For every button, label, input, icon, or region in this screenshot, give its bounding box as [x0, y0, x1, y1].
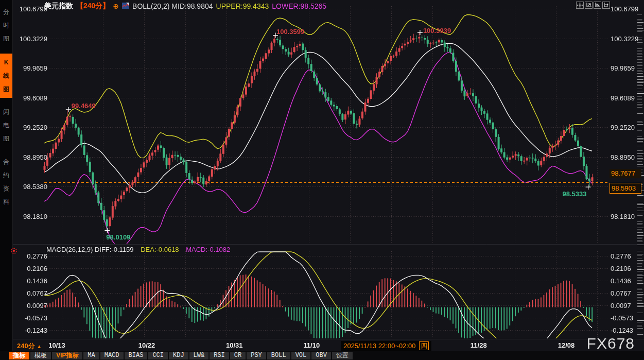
toolbar-button-VOL[interactable]: VOL	[291, 352, 311, 359]
macd-yaxis-tick-right: 0.2106	[611, 265, 631, 272]
macd-yaxis-tick-left: 0.2776	[15, 252, 47, 260]
main-yaxis-tick-right: 99.6089	[611, 94, 635, 102]
left-sidebar: 分时图K线图闪电图合约资料	[0, 0, 13, 360]
xaxis-date-label: 10/13	[48, 341, 65, 349]
sidebar-item-3[interactable]: 闪电图	[0, 103, 12, 147]
weekday-chip: 四	[419, 341, 429, 350]
macd-yaxis-tick-right: 0.0097	[611, 302, 631, 310]
chart-canvas[interactable]	[0, 0, 644, 360]
macd-yaxis-tick-left: 0.0097	[15, 302, 47, 310]
chart-type-icon[interactable]	[122, 2, 129, 10]
sidebar-item-2[interactable]: K线图	[0, 54, 12, 98]
boll-mid-label: BOLL(20,2) MID:98.9804	[132, 2, 213, 10]
main-yaxis-tick-right: 98.1810	[611, 213, 635, 220]
main-yaxis-tick-left: 100.3229	[15, 35, 47, 43]
triangle-up-icon: ▲	[37, 344, 42, 349]
toolbar-button-BIAS[interactable]: BIAS	[125, 352, 148, 359]
price-extreme-annotation: 98.5333	[563, 190, 587, 198]
price-extreme-annotation: 99.4649	[72, 102, 96, 110]
main-yaxis-tick-left: 98.1810	[15, 213, 47, 220]
toolbar-button-CR[interactable]: CR	[230, 352, 246, 359]
topright-toolbar	[576, 2, 610, 9]
indicator-toolbar: 指标模板VIP指标MAMACDBIASCCIKDJLW&RSICRPSYBOLL…	[0, 351, 644, 360]
macd-yaxis-tick-left: 0.1436	[15, 277, 47, 285]
main-yaxis-tick-left: 98.5380	[15, 183, 47, 191]
macd-diff-label: MACD(26,12,9) DIFF:-0.1159	[46, 246, 134, 253]
main-yaxis-tick-right: 98.8950	[611, 153, 635, 161]
crosshair-tool-icon[interactable]	[576, 2, 584, 9]
toolbar-button-RSI[interactable]: RSI	[210, 352, 229, 359]
xaxis-date-label: 10/31	[226, 341, 243, 349]
time-axis: 240分 ▲ 10/1310/2210/3111/1011/2812/08202…	[0, 340, 644, 351]
macd-dea-label: DEA:-0.0618	[141, 246, 179, 253]
toolbar-button-MACD[interactable]: MACD	[100, 352, 124, 359]
main-yaxis-tick-left: 99.2520	[15, 124, 47, 131]
toolbar-button-xx[interactable]: 设置	[332, 352, 353, 359]
macd-header: MACD(26,12,9) DIFF:-0.1159 DEA:-0.0618 M…	[46, 246, 230, 253]
period-label: 【240分】	[76, 2, 110, 11]
sidebar-item-1[interactable]: 分时图	[0, 2, 12, 48]
toolbar-button-VIPxx[interactable]: VIP指标	[52, 352, 82, 359]
compress-xaxis-icon[interactable]	[585, 2, 593, 9]
boll-upper-label: UPPER:99.4343	[216, 2, 269, 10]
macd-yaxis-tick-right: -0.0573	[611, 314, 633, 322]
expand-xaxis-icon[interactable]	[594, 2, 601, 9]
watermark: FX678	[587, 335, 635, 352]
xaxis-date-label: 12/08	[558, 341, 575, 349]
trading-terminal-window: 分时图K线图闪电图合约资料 美元指数 【240分】 ⊕ BOLL(20,2) M…	[0, 0, 644, 360]
main-yaxis-tick-right: 100.6799	[611, 5, 638, 13]
price-extreme-annotation: 98.0109	[106, 233, 130, 241]
macd-yaxis-tick-right: 0.0767	[611, 289, 631, 297]
toolbar-button-LWx[interactable]: LW&	[189, 352, 209, 359]
toolbar-button-xx[interactable]: 模板	[30, 352, 51, 359]
xaxis-date-label: 11/10	[303, 341, 320, 349]
main-yaxis-tick-left: 99.9659	[15, 64, 47, 72]
shift-right-icon[interactable]	[602, 2, 610, 9]
circle-plus-icon[interactable]: ⊕	[113, 3, 119, 10]
toolbar-button-KDJ[interactable]: KDJ	[169, 352, 188, 359]
price-extreme-annotation: 100.3939	[423, 27, 451, 35]
main-yaxis-tick-left: 99.6089	[15, 94, 47, 102]
main-yaxis-tick-right: 99.9659	[611, 64, 635, 72]
chart-header: 美元指数 【240分】 ⊕ BOLL(20,2) MID:98.9804 UPP…	[44, 2, 326, 11]
toolbar-button-OBV[interactable]: OBV	[311, 352, 331, 359]
xaxis-date-label: 11/28	[471, 341, 487, 349]
macd-yaxis-tick-left: -0.0573	[15, 314, 47, 322]
main-yaxis-tick-right: 100.3229	[611, 35, 638, 43]
macd-panel-icon[interactable]	[11, 248, 17, 254]
macd-yaxis-tick-left: 0.2106	[15, 265, 47, 272]
last-price-badge: 98.7677	[610, 169, 641, 178]
main-yaxis-tick-right: 99.2520	[611, 124, 635, 131]
macd-yaxis-tick-right: -0.1243	[611, 327, 633, 334]
toolbar-button-CCI[interactable]: CCI	[148, 352, 168, 359]
toolbar-button-MA[interactable]: MA	[83, 352, 99, 359]
price-extreme-annotation: 100.3599	[276, 28, 304, 36]
boll-lower-label: LOWER:98.5265	[272, 2, 326, 10]
macd-yaxis-tick-right: 0.2776	[611, 252, 631, 260]
macd-yaxis-tick-right: 0.1436	[611, 277, 631, 285]
main-yaxis-tick-left: 100.6799	[15, 5, 47, 13]
toolbar-button-xx[interactable]: 指标	[9, 352, 29, 359]
toolbar-button-PSY[interactable]: PSY	[247, 352, 266, 359]
xaxis-date-label: 10/22	[138, 341, 155, 349]
period-selector[interactable]: 240分 ▲	[17, 341, 42, 351]
main-yaxis-tick-left: 98.8950	[15, 153, 47, 161]
toolbar-button-BOLL[interactable]: BOLL	[267, 352, 290, 359]
price-line-badge: 98.5903	[610, 183, 641, 194]
macd-yaxis-tick-left: -0.1243	[15, 327, 47, 334]
xaxis-highlighted-timestamp: 2025/11/13 22:00~02:00 四	[341, 341, 431, 351]
symbol-name: 美元指数	[44, 2, 73, 11]
macd-macd-label: MACD:-0.1082	[186, 246, 230, 253]
macd-yaxis-tick-left: 0.0767	[15, 289, 47, 297]
sidebar-item-4[interactable]: 合约资料	[0, 152, 12, 211]
